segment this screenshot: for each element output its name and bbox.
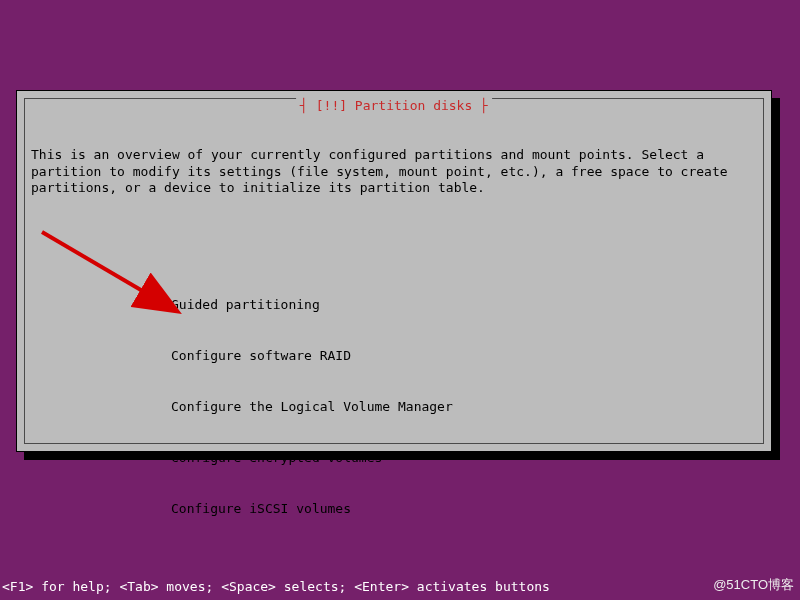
- menu-item-lvm[interactable]: Configure the Logical Volume Manager: [31, 398, 757, 415]
- help-bar: <F1> for help; <Tab> moves; <Space> sele…: [2, 579, 550, 594]
- menu-item-encrypted[interactable]: Configure encrypted volumes: [31, 449, 757, 466]
- menu-item-raid[interactable]: Configure software RAID: [31, 347, 757, 364]
- menu-block: Guided partitioning Configure software R…: [31, 262, 757, 551]
- dialog-description: This is an overview of your currently co…: [31, 147, 757, 197]
- watermark: @51CTO博客: [713, 576, 794, 594]
- dialog-title: ┤ [!!] Partition disks ├: [296, 98, 492, 113]
- menu-item-guided[interactable]: Guided partitioning: [31, 296, 757, 313]
- partition-dialog: ┤ [!!] Partition disks ├ This is an over…: [16, 90, 772, 452]
- dialog-content: This is an overview of your currently co…: [31, 113, 757, 600]
- menu-item-iscsi[interactable]: Configure iSCSI volumes: [31, 500, 757, 517]
